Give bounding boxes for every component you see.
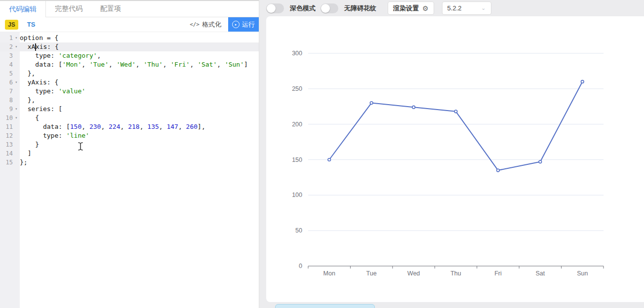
svg-text:Sun: Sun [577, 270, 588, 277]
code-line[interactable]: 6▾ yAxis: { [0, 78, 259, 87]
bottom-partial-bar[interactable] [275, 304, 375, 308]
svg-text:200: 200 [292, 121, 302, 128]
fold-spacer [13, 51, 20, 60]
code-line[interactable]: 7 type: 'value' [0, 87, 259, 96]
code-text: xAxis: { [20, 42, 59, 51]
code-line[interactable]: 15}; [0, 158, 259, 167]
svg-text:100: 100 [292, 192, 302, 198]
fold-spacer [13, 122, 20, 131]
toggle-knob [321, 4, 330, 13]
svg-text:Wed: Wed [407, 270, 420, 277]
code-text: } [20, 140, 39, 149]
fold-spacer [13, 140, 20, 149]
line-number: 15 [0, 158, 13, 167]
line-number: 10 [0, 114, 13, 122]
run-button[interactable]: ▸ 运行 [228, 17, 259, 32]
fold-spacer [13, 131, 20, 140]
line-number: 9 [0, 105, 13, 114]
svg-text:300: 300 [292, 50, 302, 57]
render-settings-label: 渲染设置 [393, 4, 419, 13]
svg-text:Sat: Sat [535, 270, 545, 277]
line-chart[interactable]: 050100150200250300MonTueWedThuFriSatSun [266, 16, 644, 302]
code-line[interactable]: 12 type: 'line' [0, 131, 259, 140]
code-text: { [20, 114, 39, 122]
code-line[interactable]: 4 data: ['Mon', 'Tue', 'Wed', 'Thu', 'Fr… [0, 60, 259, 69]
code-text: }; [20, 158, 28, 167]
render-settings-button[interactable]: 渲染设置 ⚙ [388, 1, 434, 15]
line-number: 13 [0, 140, 13, 149]
decal-label: 无障碍花纹 [344, 4, 376, 13]
code-text: data: [150, 230, 224, 218, 135, 147, 260… [20, 122, 205, 131]
tab-full-code[interactable]: 完整代码 [46, 1, 91, 17]
code-text: type: 'category', [20, 51, 101, 60]
decal-toggle[interactable] [321, 3, 338, 13]
fold-spacer [13, 60, 20, 69]
code-line[interactable]: 11 data: [150, 230, 224, 218, 135, 147, … [0, 122, 259, 131]
line-number: 1 [0, 34, 13, 42]
editor-tab-bar: 代码编辑 完整代码 配置项 [0, 0, 259, 17]
svg-text:Fri: Fri [494, 270, 502, 277]
code-brackets-icon: </> [190, 21, 200, 28]
code-line[interactable]: 3 type: 'category', [0, 51, 259, 60]
line-number: 4 [0, 60, 13, 69]
format-button[interactable]: </> 格式化 [190, 20, 221, 29]
preview-panel: 深色模式 无障碍花纹 渲染设置 ⚙ 5.2.2 ⌄ 05010015020025… [259, 0, 644, 308]
dark-mode-toggle[interactable] [266, 3, 284, 13]
svg-text:150: 150 [292, 156, 302, 163]
toggle-knob [267, 4, 276, 13]
version-dropdown[interactable]: 5.2.2 ⌄ [442, 1, 491, 15]
lang-ts-button[interactable]: TS [27, 21, 36, 28]
format-button-label: 格式化 [202, 20, 221, 29]
svg-text:Tue: Tue [366, 270, 377, 277]
code-text: ] [20, 149, 31, 158]
code-line[interactable]: 8 }, [0, 96, 259, 105]
svg-text:250: 250 [292, 85, 302, 92]
code-lines: 1▾option = {2▾ xAxis: {3 type: 'category… [0, 34, 259, 167]
line-number: 7 [0, 87, 13, 96]
code-line[interactable]: 5 }, [0, 69, 259, 78]
code-text: type: 'value' [20, 87, 85, 96]
play-circle-icon: ▸ [232, 21, 240, 28]
code-text: series: [ [20, 105, 62, 114]
fold-arrow-icon[interactable]: ▾ [13, 34, 20, 42]
fold-arrow-icon[interactable]: ▾ [13, 78, 20, 87]
code-line[interactable]: 10▾ { [0, 114, 259, 122]
code-text: yAxis: { [20, 78, 58, 87]
fold-arrow-icon[interactable]: ▾ [13, 105, 20, 114]
line-number: 14 [0, 149, 13, 158]
tab-code-edit[interactable]: 代码编辑 [0, 1, 46, 17]
code-line[interactable]: 1▾option = { [0, 34, 259, 42]
chart-card[interactable]: 050100150200250300MonTueWedThuFriSatSun [266, 16, 644, 302]
lang-js-button[interactable]: JS [5, 20, 18, 30]
tab-config[interactable]: 配置项 [91, 1, 130, 17]
code-editor-panel: 代码编辑 完整代码 配置项 JS TS </> 格式化 ▸ 运行 1▾optio… [0, 0, 259, 308]
code-line[interactable]: 14 ] [0, 149, 259, 158]
line-number: 12 [0, 131, 13, 140]
line-number: 3 [0, 51, 13, 60]
line-number: 5 [0, 69, 13, 78]
code-line[interactable]: 13 } [0, 140, 259, 149]
code-text: }, [20, 96, 35, 105]
code-text: type: 'line' [20, 131, 89, 140]
code-text: option = { [20, 34, 58, 42]
dark-mode-label: 深色模式 [290, 4, 316, 13]
version-value: 5.2.2 [447, 4, 462, 12]
svg-text:50: 50 [295, 227, 302, 234]
chevron-down-icon: ⌄ [481, 5, 485, 11]
fold-arrow-icon[interactable]: ▾ [13, 42, 20, 51]
code-line[interactable]: 2▾ xAxis: { [0, 42, 259, 51]
fold-spacer [13, 158, 20, 167]
fold-spacer [13, 96, 20, 105]
line-number: 11 [0, 122, 13, 131]
svg-text:Mon: Mon [323, 270, 335, 277]
fold-arrow-icon[interactable]: ▾ [13, 114, 20, 122]
run-button-label: 运行 [242, 20, 255, 29]
code-line[interactable]: 9▾ series: [ [0, 105, 259, 114]
line-number: 6 [0, 78, 13, 87]
code-editor[interactable]: 1▾option = {2▾ xAxis: {3 type: 'category… [0, 32, 259, 308]
fold-spacer [13, 149, 20, 158]
svg-text:0: 0 [299, 263, 302, 270]
line-number: 8 [0, 96, 13, 105]
code-text: }, [20, 69, 35, 78]
line-number: 2 [0, 42, 13, 51]
